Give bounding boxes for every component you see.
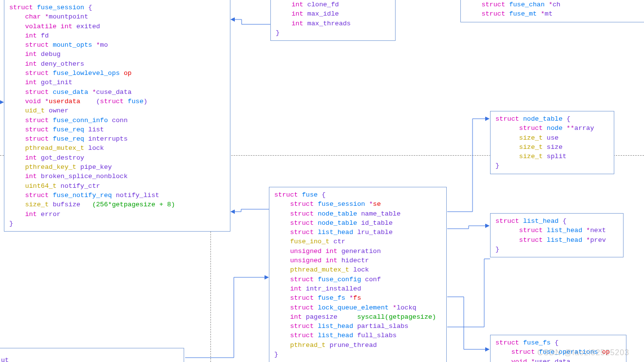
struct-field: int clone_fd bbox=[276, 0, 390, 9]
struct-field: int fd bbox=[9, 31, 225, 40]
struct-decl: struct fuse_fs { bbox=[495, 338, 621, 347]
struct-close: } bbox=[495, 161, 609, 170]
struct-field: int debug bbox=[9, 50, 225, 59]
struct-field: struct cuse_data *cuse_data bbox=[9, 88, 225, 97]
struct-close: } bbox=[9, 219, 225, 228]
struct-field: struct fuse_session *se bbox=[274, 199, 441, 209]
struct-fuse-session-box: struct fuse_session { char *mountpoint v… bbox=[4, 0, 230, 232]
partial-box-bottom-left bbox=[0, 348, 184, 362]
struct-field: struct fuse_lowlevel_ops op bbox=[9, 69, 225, 78]
struct-field: pthread_key_t pipe_key bbox=[9, 163, 225, 172]
struct-fuse-chan-partial-box: struct fuse_chan *ch struct fuse_mt *mt bbox=[460, 0, 644, 22]
struct-field: pthread_mutex_t lock bbox=[274, 265, 441, 274]
struct-field: struct list_head full_slabs bbox=[274, 331, 441, 340]
fragment-text-ut: ut bbox=[1, 356, 9, 362]
struct-decl: struct list_head { bbox=[495, 217, 618, 226]
struct-field: void *userdata (struct fuse) bbox=[9, 97, 225, 106]
struct-field: struct node_table name_table bbox=[274, 209, 441, 218]
struct-field: size_t split bbox=[495, 152, 609, 161]
struct-field: int pagesize syscall(getpagesize) bbox=[274, 312, 441, 322]
struct-field: struct list_head lru_table bbox=[274, 228, 441, 237]
struct-field: size_t size bbox=[495, 143, 609, 152]
struct-field: uid_t owner bbox=[9, 106, 225, 115]
struct-field: struct node_table id_table bbox=[274, 218, 441, 228]
struct-field: char *mountpoint bbox=[9, 12, 225, 21]
struct-fuse-box: struct fuse { struct fuse_session *se st… bbox=[269, 187, 447, 362]
struct-field: pthread_mutex_t lock bbox=[9, 144, 225, 153]
struct-field: int got_init bbox=[9, 78, 225, 87]
struct-field: struct lock_queue_element *lockq bbox=[274, 303, 441, 312]
struct-field: struct fuse_mt *mt bbox=[466, 9, 640, 18]
struct-field: struct list_head *prev bbox=[495, 235, 618, 245]
struct-field: fuse_ino_t ctr bbox=[274, 237, 441, 246]
struct-field: size_t bufsize (256*getpagesize + 8) bbox=[9, 200, 225, 209]
struct-field: struct fuse_conn_info conn bbox=[9, 116, 225, 125]
struct-decl: struct node_table { bbox=[495, 114, 609, 124]
struct-close: } bbox=[495, 245, 618, 254]
struct-field: struct fuse_fs *fs bbox=[274, 293, 441, 303]
struct-field: int deny_others bbox=[9, 59, 225, 69]
struct-field: struct list_head partial_slabs bbox=[274, 322, 441, 331]
struct-close: } bbox=[274, 350, 441, 359]
struct-field: uint64_t notify_ctr bbox=[9, 181, 225, 191]
struct-field: struct fuse_notify_req notify_list bbox=[9, 191, 225, 200]
struct-field: struct mount_opts *mo bbox=[9, 40, 225, 50]
struct-field: int error bbox=[9, 210, 225, 219]
struct-field: size_t use bbox=[495, 133, 609, 143]
struct-field: struct node **array bbox=[495, 124, 609, 133]
struct-field: void *user_data bbox=[495, 357, 621, 362]
struct-field: struct fuse_chan *ch bbox=[466, 0, 640, 9]
watermark-text: CSDN @laozi82525203 bbox=[537, 348, 629, 357]
struct-field: int intr_installed bbox=[274, 284, 441, 293]
struct-fuse-mt-partial-box: int clone_fd int max_idle int max_thread… bbox=[270, 0, 396, 41]
struct-list-head-box: struct list_head { struct list_head *nex… bbox=[490, 213, 624, 257]
struct-field: int max_idle bbox=[276, 9, 390, 18]
struct-field: struct fuse_config conf bbox=[274, 275, 441, 284]
struct-field: struct fuse_req interrupts bbox=[9, 134, 225, 144]
struct-field: unsigned int generation bbox=[274, 247, 441, 256]
struct-close: } bbox=[276, 28, 390, 37]
struct-field: volatile int exited bbox=[9, 22, 225, 31]
struct-field: struct fuse_req list bbox=[9, 125, 225, 134]
struct-node-table-box: struct node_table { struct node **array … bbox=[490, 111, 614, 174]
struct-decl: struct fuse_session { bbox=[9, 3, 225, 12]
struct-field: int got_destroy bbox=[9, 153, 225, 163]
struct-field: int max_threads bbox=[276, 19, 390, 28]
struct-field: struct list_head *next bbox=[495, 226, 618, 235]
struct-decl: struct fuse { bbox=[274, 190, 441, 199]
struct-field: int broken_splice_nonblock bbox=[9, 172, 225, 181]
struct-field: unsigned int hidectr bbox=[274, 256, 441, 265]
struct-field: pthread_t prune_thread bbox=[274, 341, 441, 350]
